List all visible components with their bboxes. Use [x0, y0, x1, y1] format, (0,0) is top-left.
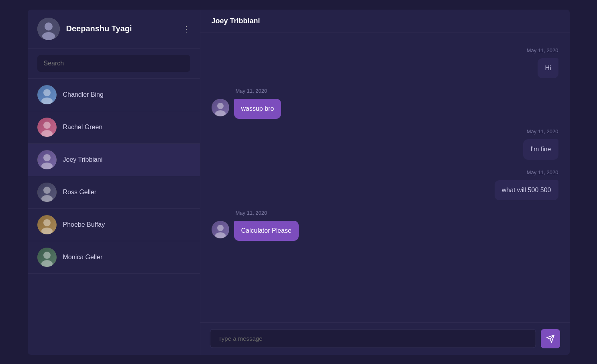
- contact-item[interactable]: Joey Tribbiani: [28, 144, 200, 176]
- contact-avatar: [37, 215, 57, 234]
- message-avatar: [212, 99, 229, 116]
- message-bubble-sent: I'm fine: [523, 139, 558, 159]
- chat-header: Joey Tribbiani: [200, 10, 570, 33]
- contact-avatar-circle: [37, 85, 57, 104]
- svg-point-9: [43, 187, 51, 194]
- user-name: Deepanshu Tyagi: [66, 24, 176, 33]
- svg-point-4: [41, 98, 53, 104]
- svg-point-3: [43, 89, 51, 96]
- messages-container: May 11, 2020HiMay 11, 2020 wassup broMay…: [200, 33, 570, 322]
- contact-item[interactable]: Monica Geller: [28, 241, 200, 274]
- message-date: May 11, 2020: [236, 210, 558, 216]
- message-input[interactable]: [210, 329, 536, 348]
- message-bubble-sent: what will 500 500: [495, 180, 558, 200]
- message-bubble-received: wassup bro: [234, 99, 281, 119]
- message-bubble-received: Calculator Please: [234, 221, 299, 241]
- chat-area: Joey Tribbiani May 11, 2020HiMay 11, 202…: [200, 10, 570, 355]
- svg-point-11: [43, 219, 51, 226]
- contact-avatar-circle: [37, 118, 57, 137]
- contact-avatar-circle: [37, 183, 57, 202]
- message-date: May 11, 2020: [212, 128, 558, 134]
- received-message-row: wassup bro: [212, 99, 558, 119]
- svg-point-16: [215, 110, 226, 116]
- contact-item[interactable]: Rachel Green: [28, 111, 200, 144]
- svg-point-8: [41, 163, 53, 169]
- user-avatar: [37, 18, 60, 40]
- sidebar-header: Deepanshu Tyagi ⋮: [28, 10, 200, 49]
- user-avatar-circle: [37, 18, 60, 40]
- svg-point-5: [43, 122, 51, 129]
- contact-name: Rachel Green: [63, 124, 103, 131]
- contact-avatar-circle: [37, 248, 57, 267]
- svg-point-10: [41, 195, 53, 202]
- sent-message-wrapper: what will 500 500: [212, 180, 558, 200]
- message-avatar: [212, 221, 229, 238]
- contact-avatar: [37, 150, 57, 169]
- contact-item[interactable]: Ross Geller: [28, 176, 200, 209]
- msg-avatar-circle: [212, 221, 229, 238]
- msg-avatar-circle: [212, 99, 229, 116]
- svg-point-18: [215, 232, 226, 238]
- app-container: Deepanshu Tyagi ⋮ Chandler Bing: [28, 10, 570, 355]
- contact-item[interactable]: Phoebe Buffay: [28, 209, 200, 241]
- message-date: May 11, 2020: [212, 47, 558, 53]
- chat-contact-name: Joey Tribbiani: [212, 17, 260, 25]
- svg-point-12: [41, 228, 53, 234]
- contact-avatar: [37, 248, 57, 267]
- sidebar: Deepanshu Tyagi ⋮ Chandler Bing: [28, 10, 200, 355]
- contact-name: Monica Geller: [63, 254, 103, 261]
- contact-name: Ross Geller: [63, 189, 97, 196]
- contact-item[interactable]: Chandler Bing: [28, 79, 200, 111]
- search-input[interactable]: [37, 55, 190, 72]
- svg-point-7: [43, 154, 51, 161]
- svg-point-15: [217, 103, 224, 109]
- menu-icon[interactable]: ⋮: [182, 24, 190, 34]
- message-bubble-sent: Hi: [538, 58, 558, 78]
- contact-avatar: [37, 118, 57, 137]
- contact-avatar-circle: [37, 215, 57, 234]
- contact-name: Joey Tribbiani: [63, 156, 103, 163]
- sent-message-wrapper: Hi: [212, 58, 558, 78]
- message-date: May 11, 2020: [236, 88, 558, 94]
- search-container: [28, 49, 200, 79]
- contact-avatar-circle: [37, 150, 57, 169]
- svg-point-1: [45, 22, 53, 31]
- send-button[interactable]: [541, 329, 560, 348]
- contact-name: Phoebe Buffay: [63, 221, 105, 228]
- message-date: May 11, 2020: [212, 169, 558, 175]
- sent-message-wrapper: I'm fine: [212, 139, 558, 159]
- chat-input-area: [200, 322, 570, 355]
- svg-point-2: [42, 32, 55, 40]
- svg-point-6: [41, 130, 53, 137]
- contact-avatar: [37, 85, 57, 104]
- send-icon: [546, 334, 555, 343]
- svg-point-17: [217, 225, 224, 231]
- contact-name: Chandler Bing: [63, 91, 104, 98]
- contact-list: Chandler Bing Rachel Green Joey Tribbian…: [28, 79, 200, 355]
- contact-avatar: [37, 183, 57, 202]
- svg-point-13: [43, 252, 51, 259]
- svg-point-14: [41, 260, 53, 267]
- received-message-row: Calculator Please: [212, 221, 558, 241]
